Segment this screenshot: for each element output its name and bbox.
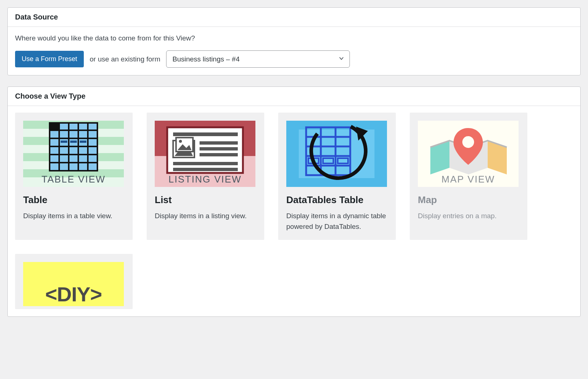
svg-rect-17 [70, 141, 77, 143]
svg-text:LISTING VIEW: LISTING VIEW [169, 174, 242, 185]
view-card-desc: Display items in a table view. [23, 211, 125, 222]
view-card-title: Map [418, 194, 519, 206]
view-card-table[interactable]: TABLE VIEW Table Display items in a tabl… [15, 113, 133, 240]
view-card-title: DataTables Table [286, 194, 388, 206]
view-type-panel: Choose a View Type [7, 86, 581, 317]
view-card-desc: Display items in a dynamic table powered… [286, 211, 388, 232]
svg-rect-29 [200, 141, 238, 145]
svg-rect-18 [80, 141, 86, 143]
view-card-datatables[interactable]: DataTables Table Display items in a dyna… [278, 113, 396, 240]
view-card-title: Table [23, 194, 125, 206]
view-card-title: List [155, 194, 256, 206]
svg-rect-33 [173, 168, 238, 171]
form-select[interactable]: Business listings – #4 [166, 50, 350, 68]
svg-rect-6 [50, 123, 59, 130]
view-card-list[interactable]: LISTING VIEW List Display items in a lis… [147, 113, 264, 240]
svg-point-57 [462, 136, 474, 148]
svg-rect-37 [374, 121, 387, 187]
data-source-title: Data Source [8, 8, 580, 27]
data-source-panel: Data Source Where would you like the dat… [7, 7, 581, 75]
data-source-body: Where would you like the data to come fr… [8, 27, 580, 75]
form-select-wrap: Business listings – #4 [166, 50, 350, 68]
svg-rect-36 [286, 121, 299, 187]
svg-rect-32 [173, 162, 238, 165]
view-card-desc: Display items in a listing view. [155, 211, 256, 222]
view-type-grid: TABLE VIEW Table Display items in a tabl… [8, 106, 580, 316]
datatables-thumb [286, 121, 387, 187]
view-card-map[interactable]: MAP VIEW Map Display entries on a map. [410, 113, 527, 240]
or-use-existing-label: or use an existing form [90, 55, 160, 63]
svg-text:MAP VIEW: MAP VIEW [441, 174, 495, 185]
map-view-thumb: MAP VIEW [418, 121, 519, 187]
view-card-desc: Display entries on a map. [418, 211, 519, 222]
svg-text:TABLE VIEW: TABLE VIEW [42, 174, 105, 185]
svg-rect-30 [200, 147, 238, 150]
svg-rect-16 [61, 141, 67, 143]
svg-rect-23 [173, 132, 238, 136]
list-view-thumb: LISTING VIEW [155, 121, 255, 187]
table-view-thumb: TABLE VIEW [23, 121, 124, 187]
svg-point-28 [179, 140, 182, 143]
diy-thumb: <DIY> [23, 262, 124, 306]
diy-thumb-label: <DIY> [45, 282, 102, 306]
svg-rect-31 [200, 153, 238, 156]
view-card-diy[interactable]: <DIY> [15, 254, 133, 309]
view-type-title: Choose a View Type [8, 87, 580, 106]
use-form-preset-button[interactable]: Use a Form Preset [15, 51, 84, 67]
data-source-controls: Use a Form Preset or use an existing for… [15, 50, 573, 68]
data-source-prompt: Where would you like the data to come fr… [15, 34, 573, 42]
